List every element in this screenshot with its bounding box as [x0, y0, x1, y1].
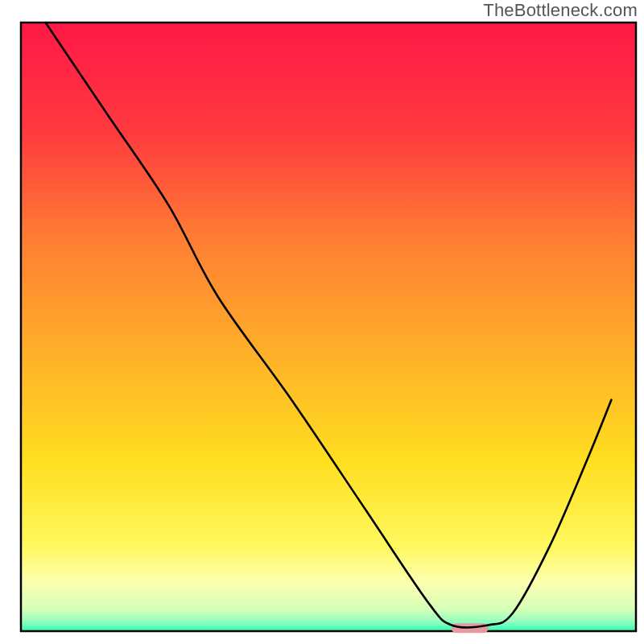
chart-background — [21, 23, 636, 631]
chart-container: TheBottleneck.com — [0, 0, 644, 644]
bottleneck-chart — [0, 0, 644, 644]
watermark-text: TheBottleneck.com — [483, 0, 638, 21]
